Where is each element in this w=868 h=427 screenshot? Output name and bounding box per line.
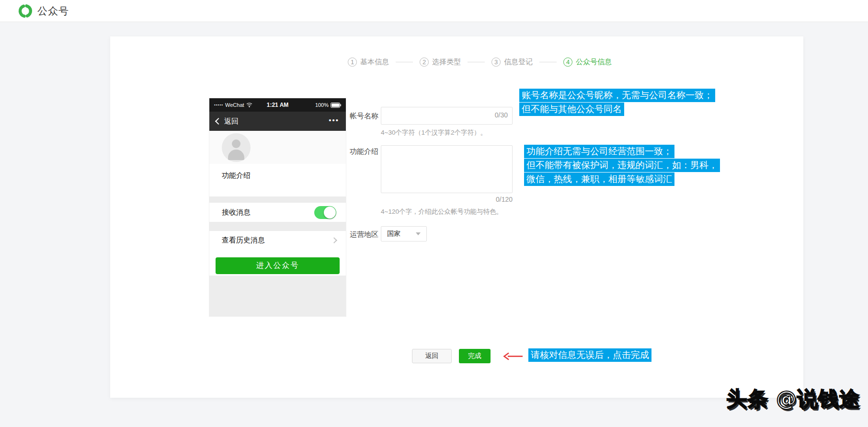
battery-percent: 100% xyxy=(315,102,329,108)
phone-receive-message-row: 接收消息 xyxy=(209,203,346,222)
account-name-counter: 0/30 xyxy=(495,111,508,119)
toggle-on xyxy=(314,206,336,219)
watermark: 头条 @说钱途 xyxy=(726,385,860,413)
step-connector xyxy=(468,62,485,62)
phone-back-label: 返回 xyxy=(224,117,239,126)
step-1-number: 1 xyxy=(348,58,357,67)
back-chevron-icon xyxy=(215,118,222,125)
intro-annotation-line3: 微信，热线，兼职，相册等敏感词汇 xyxy=(524,173,674,186)
intro-annotation: 功能介绍无需与公司经营范围一致； 但不能带有被保护词，违规的词汇，如：男科， 微… xyxy=(524,145,720,186)
step-4-label: 公众号信息 xyxy=(576,58,612,67)
avatar-person-icon xyxy=(232,139,240,148)
phone-preview: ••••• WeChat 1:21 AM 100% xyxy=(209,98,346,316)
receive-message-label: 接收消息 xyxy=(222,208,251,217)
step-3-label: 信息登记 xyxy=(504,58,533,67)
intro-field-wrap xyxy=(381,145,513,193)
signal-dots-icon: ••••• xyxy=(214,103,223,107)
step-indicator: 1 基本信息 2 选择类型 3 信息登记 4 公众号信息 xyxy=(348,58,612,67)
history-label: 查看历史消息 xyxy=(222,236,265,245)
back-button[interactable]: 返回 xyxy=(412,349,452,363)
red-arrow-left-icon xyxy=(503,352,523,360)
carrier-label: WeChat xyxy=(225,102,244,108)
toggle-knob xyxy=(324,207,336,219)
phone-enter-button-area: 进入公众号 xyxy=(209,249,346,274)
account-name-input[interactable] xyxy=(381,107,513,125)
caret-down-icon xyxy=(416,232,421,235)
name-annotation: 账号名称是公众号昵称，无需与公司名称一致； 但不能与其他公众号同名 xyxy=(519,89,715,116)
finish-button[interactable]: 完成 xyxy=(459,349,491,363)
account-name-hint: 4~30个字符（1个汉字算2个字符）。 xyxy=(381,128,487,137)
intro-annotation-line1: 功能介绍无需与公司经营范围一致； xyxy=(524,145,674,158)
registration-card: 1 基本信息 2 选择类型 3 信息登记 4 公众号信息 ••• xyxy=(110,36,803,398)
avatar-person-icon xyxy=(228,150,244,160)
page: 公众号 1 基本信息 2 选择类型 3 信息登记 4 公众号信息 xyxy=(0,0,868,427)
chevron-right-icon xyxy=(331,237,337,243)
account-name-field-wrap: 0/30 xyxy=(381,107,513,125)
name-annotation-line2: 但不能与其他公众号同名 xyxy=(519,103,624,116)
official-account-logo-icon[interactable] xyxy=(18,4,33,18)
finish-annotation-text: 请核对信息无误后，点击完成 xyxy=(528,348,651,362)
region-label: 运营地区 xyxy=(350,230,378,239)
phone-profile-section xyxy=(209,131,346,164)
step-4-account-info: 4 公众号信息 xyxy=(563,58,612,67)
step-3-number: 3 xyxy=(491,58,501,67)
phone-time: 1:21 AM xyxy=(267,102,289,108)
intro-label: 功能介绍 xyxy=(350,147,378,156)
phone-nav-bar: 返回 ••• xyxy=(209,112,346,131)
brand-title[interactable]: 公众号 xyxy=(37,4,69,18)
enter-account-button: 进入公众号 xyxy=(216,257,340,274)
battery-icon xyxy=(331,103,341,108)
step-2-number: 2 xyxy=(420,58,429,67)
name-annotation-line1: 账号名称是公众号昵称，无需与公司名称一致； xyxy=(519,89,715,102)
phone-footer-area xyxy=(209,276,346,316)
step-connector xyxy=(396,62,413,62)
avatar xyxy=(222,133,251,162)
top-navbar: 公众号 xyxy=(0,0,868,22)
account-name-label: 帐号名称 xyxy=(350,112,378,121)
wifi-icon xyxy=(246,103,252,107)
divider xyxy=(209,196,346,203)
step-4-number: 4 xyxy=(563,58,572,67)
region-selected-value: 国家 xyxy=(387,230,400,238)
intro-counter: 0/120 xyxy=(381,196,513,203)
phone-carrier: ••••• WeChat xyxy=(214,102,267,108)
phone-battery: 100% xyxy=(288,102,341,108)
intro-hint: 4~120个字，介绍此公众帐号功能与特色。 xyxy=(381,208,503,216)
step-3-info-register: 3 信息登记 xyxy=(491,58,533,67)
intro-annotation-line2: 但不能带有被保护词，违规的词汇，如：男科， xyxy=(524,159,720,172)
phone-status-bar: ••••• WeChat 1:21 AM 100% xyxy=(209,98,346,112)
more-menu-icon: ••• xyxy=(329,116,339,124)
step-2-choose-type: 2 选择类型 xyxy=(420,58,461,67)
step-connector xyxy=(539,62,557,62)
finish-annotation: 请核对信息无误后，点击完成 xyxy=(528,348,651,362)
region-select[interactable]: 国家 xyxy=(381,226,427,242)
intro-textarea[interactable] xyxy=(381,145,513,193)
phone-history-row: 查看历史消息 xyxy=(209,231,346,249)
phone-intro-label: 功能介绍 xyxy=(209,164,346,196)
step-1-label: 基本信息 xyxy=(360,58,389,67)
step-2-label: 选择类型 xyxy=(432,58,461,67)
divider xyxy=(209,222,346,231)
step-1-basic-info: 1 基本信息 xyxy=(348,58,389,67)
